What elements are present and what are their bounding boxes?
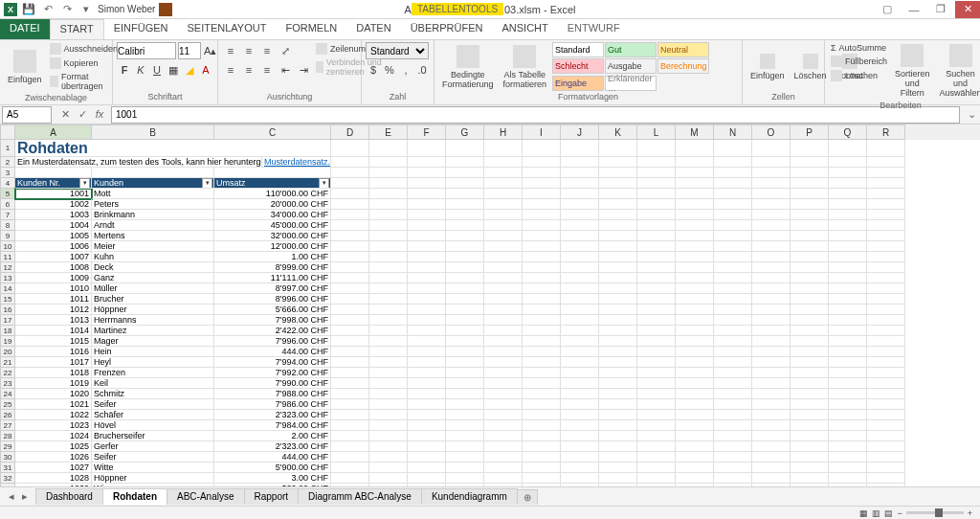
cell[interactable]	[791, 368, 829, 378]
cell[interactable]	[484, 315, 523, 326]
cell[interactable]	[523, 336, 561, 347]
cell[interactable]	[369, 157, 408, 168]
cell[interactable]	[676, 420, 714, 431]
cell[interactable]	[408, 199, 446, 210]
row-header[interactable]: 14	[0, 283, 15, 294]
cell[interactable]	[714, 315, 752, 326]
cell[interactable]	[599, 252, 637, 262]
cell[interactable]	[637, 241, 676, 252]
cell[interactable]	[791, 199, 829, 210]
cell[interactable]	[714, 463, 752, 473]
cell[interactable]: 2'323.00 CHF	[214, 410, 331, 420]
cell[interactable]	[714, 399, 752, 410]
row-header[interactable]: 5	[0, 189, 15, 199]
cell[interactable]	[599, 420, 637, 431]
cell[interactable]	[599, 294, 637, 305]
cell[interactable]	[408, 140, 446, 157]
col-header[interactable]: O	[752, 124, 791, 140]
cell[interactable]	[829, 168, 867, 178]
cell[interactable]	[369, 294, 408, 305]
dec-inc-icon[interactable]: .0	[414, 61, 430, 79]
cell[interactable]	[714, 368, 752, 378]
cell[interactable]	[369, 431, 408, 441]
cell[interactable]: 1001	[15, 189, 92, 199]
cell[interactable]	[523, 231, 561, 241]
row-header[interactable]: 2	[0, 157, 15, 168]
cell[interactable]	[714, 241, 752, 252]
cell[interactable]	[561, 368, 599, 378]
cell[interactable]	[752, 305, 791, 315]
view-layout-icon[interactable]: ▥	[872, 508, 880, 518]
cell[interactable]	[637, 326, 676, 336]
row-header[interactable]: 27	[0, 420, 15, 431]
cell[interactable]: Herrmanns	[92, 315, 214, 326]
cell[interactable]	[561, 326, 599, 336]
cell[interactable]	[752, 262, 791, 273]
cell[interactable]: Brucher	[92, 294, 214, 305]
cell[interactable]	[408, 399, 446, 410]
cell[interactable]: Brinkmann	[92, 210, 214, 220]
tab-formeln[interactable]: FORMELN	[276, 19, 346, 39]
cell[interactable]	[599, 231, 637, 241]
cell[interactable]	[637, 210, 676, 220]
cell[interactable]	[752, 420, 791, 431]
cell[interactable]	[791, 420, 829, 431]
cell[interactable]	[408, 431, 446, 441]
cell[interactable]	[829, 431, 867, 441]
cell[interactable]: Ein Musterdatensatz, zum testen des Tool…	[15, 157, 262, 168]
cell[interactable]	[867, 452, 905, 463]
tab-start[interactable]: START	[50, 19, 104, 39]
cell[interactable]	[484, 420, 523, 431]
cell[interactable]	[714, 378, 752, 389]
cell[interactable]	[369, 410, 408, 420]
cell[interactable]: 1007	[15, 252, 92, 262]
cell[interactable]	[829, 199, 867, 210]
row-header[interactable]: 4	[0, 178, 15, 189]
cell[interactable]	[676, 283, 714, 294]
cell[interactable]: 1019	[15, 378, 92, 389]
cell[interactable]: Frenzen	[92, 368, 214, 378]
cell[interactable]: 32'000.00 CHF	[214, 231, 331, 241]
cell[interactable]: 7'996.00 CHF	[214, 336, 331, 347]
cell[interactable]	[791, 241, 829, 252]
cell[interactable]	[714, 199, 752, 210]
cell[interactable]	[446, 420, 484, 431]
cell[interactable]: 1010	[15, 283, 92, 294]
cell[interactable]	[408, 241, 446, 252]
cell[interactable]	[446, 140, 484, 157]
cell[interactable]	[676, 473, 714, 484]
cell[interactable]	[408, 252, 446, 262]
cell[interactable]	[599, 157, 637, 168]
fx-icon[interactable]: fx	[92, 108, 107, 121]
cell[interactable]	[446, 252, 484, 262]
cell[interactable]	[829, 283, 867, 294]
cell[interactable]	[331, 399, 369, 410]
cell[interactable]: 1002	[15, 199, 92, 210]
cell[interactable]	[599, 368, 637, 378]
cell[interactable]: Martinez	[92, 326, 214, 336]
copy-button[interactable]: Kopieren	[48, 56, 121, 70]
cell[interactable]	[752, 231, 791, 241]
paste-button[interactable]: Einfügen	[4, 42, 46, 92]
cell[interactable]	[523, 178, 561, 189]
cell[interactable]	[676, 294, 714, 305]
cell[interactable]	[867, 420, 905, 431]
cell[interactable]	[752, 441, 791, 452]
cell[interactable]	[446, 389, 484, 399]
cell[interactable]: 1004	[15, 220, 92, 231]
col-header[interactable]: M	[676, 124, 714, 140]
cell[interactable]	[561, 315, 599, 326]
col-header[interactable]: Q	[829, 124, 867, 140]
cell[interactable]	[791, 347, 829, 357]
col-header[interactable]: I	[523, 124, 561, 140]
cell[interactable]	[867, 189, 905, 199]
cell[interactable]	[791, 283, 829, 294]
cell[interactable]	[446, 283, 484, 294]
cell[interactable]: Mager	[92, 336, 214, 347]
cell[interactable]	[637, 294, 676, 305]
cell[interactable]	[637, 452, 676, 463]
column-headers[interactable]: ABCDEFGHIJKLMNOPQR	[15, 124, 980, 140]
cell[interactable]	[867, 252, 905, 262]
cell[interactable]	[331, 189, 369, 199]
cell[interactable]	[714, 168, 752, 178]
